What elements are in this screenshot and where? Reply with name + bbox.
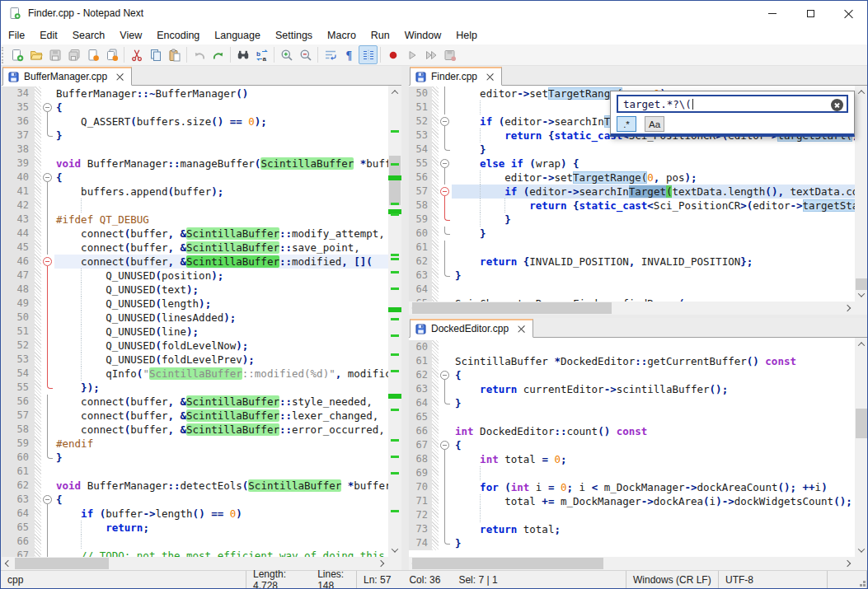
tab-close-icon[interactable] (115, 72, 124, 82)
code-line[interactable]: 64 (409, 283, 855, 297)
title-bar[interactable]: Finder.cpp - Notepad Next (1, 1, 867, 26)
horizontal-scrollbar[interactable] (409, 302, 854, 315)
code-line[interactable]: 65 return; (2, 521, 388, 535)
toolbar-button-show-all-characters[interactable]: ¶ (340, 45, 359, 64)
scrollbar-thumb[interactable] (15, 558, 109, 569)
code-line[interactable]: 42 (2, 199, 388, 213)
toolbar-button-save-all[interactable] (64, 45, 83, 64)
code-line[interactable]: 65 (409, 410, 855, 424)
code-line[interactable]: 58 connect(buffer, &ScintillaBuffer::err… (2, 423, 388, 437)
code-line[interactable]: 61 (2, 465, 388, 479)
code-line[interactable]: 54 qInfo("ScintillaBuffer::modified(%d)"… (2, 367, 388, 381)
scrollbar-thumb[interactable] (412, 302, 612, 314)
code-line[interactable]: 66int DockedEditor::count() const (409, 424, 855, 438)
toolbar-button-close-document[interactable] (83, 45, 102, 64)
scroll-right-arrow[interactable] (374, 557, 387, 570)
toolbar-button-undo[interactable] (190, 45, 209, 64)
code-line[interactable]: 66 (2, 535, 388, 549)
status-eol-format[interactable]: Windows (CR LF) (626, 571, 719, 588)
toolbar-button-copy[interactable] (146, 45, 165, 64)
code-line[interactable]: 62void BufferManager::detectEols(Scintil… (2, 479, 388, 493)
status-language[interactable]: cpp (1, 571, 246, 588)
scroll-down-arrow[interactable] (388, 544, 401, 557)
code-line[interactable]: 41 buffers.append(buffer); (2, 185, 388, 199)
code-line[interactable]: 55 }); (2, 381, 388, 395)
fold-collapse-marker[interactable] (41, 101, 54, 115)
menu-item-view[interactable]: View (112, 27, 149, 44)
toolbar-button-redo[interactable] (209, 45, 228, 64)
code-line[interactable]: 60 } (409, 227, 855, 241)
scrollbar-thumb[interactable] (856, 409, 867, 438)
fold-collapse-marker[interactable] (41, 255, 54, 269)
code-line[interactable]: 47 Q_UNUSED(position); (2, 269, 388, 283)
clear-search-icon[interactable] (831, 99, 843, 111)
code-line[interactable]: 69 (409, 466, 855, 480)
toolbar-button-run-macro-multiple[interactable] (421, 45, 440, 64)
code-line[interactable]: 36 Q_ASSERT(buffers.size() == 0); (2, 115, 388, 129)
code-line[interactable]: 63{ (2, 493, 388, 507)
tab-finder-cpp[interactable]: Finder.cpp (410, 67, 502, 86)
scrollbar-thumb[interactable] (412, 558, 603, 569)
resize-grip[interactable] (863, 584, 866, 587)
scroll-down-arrow[interactable] (855, 544, 868, 557)
code-line[interactable]: 57 if (editor->searchInTarget(textData.l… (409, 185, 855, 199)
code-line[interactable]: 61ScintillaBuffer *DockedEditor::getCurr… (409, 354, 855, 368)
code-line[interactable]: 34BufferManager::~BufferManager() (2, 86, 388, 101)
code-line[interactable]: 61 (409, 241, 855, 255)
code-line[interactable]: 56 editor->setTargetRange(0, pos); (409, 171, 855, 185)
code-line[interactable]: 48 Q_UNUSED(text); (2, 283, 388, 297)
code-line[interactable]: 46 connect(buffer, &ScintillaBuffer::mod… (2, 255, 388, 269)
editor[interactable]: 6061ScintillaBuffer *DockedEditor::getCu… (409, 338, 855, 557)
code-line[interactable]: 49 Q_UNUSED(length); (2, 297, 388, 311)
code-line[interactable]: 54 } (409, 143, 855, 157)
code-line[interactable]: 64 if (buffer->length() == 0) (2, 507, 388, 521)
code-line[interactable]: 55 else if (wrap) { (409, 157, 855, 171)
code-line[interactable]: 63 return currentEditor->scintillaBuffer… (409, 382, 855, 396)
code-line[interactable]: 63} (409, 269, 855, 283)
code-line[interactable]: 60 (409, 340, 855, 354)
toolbar-button-find[interactable] (233, 45, 252, 64)
toolbar-drag-handle[interactable] (2, 47, 6, 63)
code-line[interactable]: 40{ (2, 171, 388, 185)
menu-item-language[interactable]: Language (207, 27, 268, 44)
code-line[interactable]: 59#endif (2, 437, 388, 451)
menu-item-run[interactable]: Run (364, 27, 397, 44)
code-line[interactable]: 51 Q_UNUSED(line); (2, 325, 388, 339)
code-line[interactable]: 67 // TODO: not the most efficient way o… (2, 549, 388, 557)
toolbar-button-zoom-out[interactable] (296, 45, 315, 64)
code-line[interactable]: 59 } (409, 213, 855, 227)
code-line[interactable]: 35{ (2, 101, 388, 115)
toolbar-button-new-document[interactable] (7, 45, 26, 64)
toolbar-button-save-macro[interactable] (440, 45, 459, 64)
code-line[interactable]: 67{ (409, 438, 855, 452)
toolbar-button-open-file[interactable] (26, 45, 45, 64)
code-line[interactable]: 52 Q_UNUSED(foldLevelNow); (2, 339, 388, 353)
toolbar-button-indentation-guides[interactable] (359, 45, 378, 64)
code-line[interactable]: 74} (409, 536, 855, 550)
toolbar-button-cut[interactable] (127, 45, 146, 64)
tab-dockededitor-cpp[interactable]: DockedEditor.cpp (410, 319, 533, 338)
fold-collapse-marker[interactable] (41, 493, 54, 507)
toolbar-button-zoom-in[interactable] (277, 45, 296, 64)
code-line[interactable]: 39void BufferManager::manageBuffer(Scint… (2, 157, 388, 171)
menu-item-edit[interactable]: Edit (32, 27, 65, 44)
code-line[interactable]: 38 (2, 143, 388, 157)
fold-collapse-marker[interactable] (439, 115, 452, 129)
maximize-button[interactable] (791, 1, 829, 26)
code-line[interactable]: 62 return {INVALID_POSITION, INVALID_POS… (409, 255, 855, 269)
code-line[interactable]: 53 Q_UNUSED(foldLevelPrev); (2, 353, 388, 367)
search-input[interactable]: target.*?\( (617, 95, 848, 113)
menu-item-file[interactable]: File (1, 27, 32, 44)
fold-collapse-marker[interactable] (439, 185, 452, 199)
toolbar-button-close-all[interactable] (102, 45, 121, 64)
tab-close-icon[interactable] (486, 72, 495, 82)
scroll-right-arrow[interactable] (841, 302, 854, 315)
code-line[interactable]: 72 (409, 508, 855, 522)
code-line[interactable]: 43#ifdef QT_DEBUG (2, 213, 388, 227)
scroll-up-arrow[interactable] (855, 86, 868, 99)
scroll-up-arrow[interactable] (855, 338, 868, 351)
minimize-button[interactable] (753, 1, 791, 26)
scroll-up-arrow[interactable] (388, 86, 401, 99)
menu-item-search[interactable]: Search (65, 27, 113, 44)
code-line[interactable]: 62{ (409, 368, 855, 382)
